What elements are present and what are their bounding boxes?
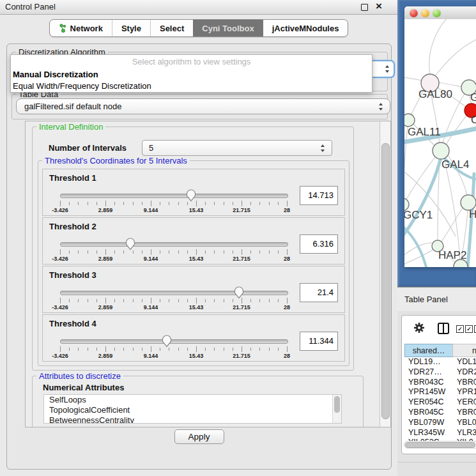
table-row[interactable]: YER054CYER0: [402, 397, 476, 408]
tick-mark: [196, 249, 197, 255]
table-row[interactable]: YBL079WYBL0: [402, 418, 476, 428]
tab-cyni-toolbox[interactable]: Cyni Toolbox: [193, 20, 263, 36]
list-item[interactable]: SelfLoops: [44, 395, 341, 405]
table-data-selected-value: galFiltered.sif default node: [24, 102, 121, 111]
column-header-shared[interactable]: shared…: [404, 344, 453, 357]
threshold-slider[interactable]: -3.426 2.859 9.144 15.43 21.715 28: [60, 339, 287, 358]
threshold-slider[interactable]: -3.426 2.859 9.144 15.43 21.715 28: [60, 194, 287, 213]
tick-mark: [205, 299, 206, 302]
tick-mark: [178, 250, 179, 254]
slider-track[interactable]: [60, 291, 288, 295]
threshold-slider[interactable]: -3.426 2.859 9.144 15.43 21.715 28: [60, 291, 287, 310]
tick-mark: [178, 202, 179, 205]
table-row[interactable]: YBR045CYBR0: [402, 408, 476, 418]
tick-mark: [250, 250, 251, 254]
control-panel: Control Panel × Network Style Select: [0, 0, 397, 476]
list-item[interactable]: TopologicalCoefficient: [44, 405, 341, 415]
vertical-scrollbar[interactable]: [380, 121, 390, 427]
tab-select[interactable]: Select: [150, 20, 193, 36]
tick-mark: [151, 298, 151, 303]
zoom-traffic-light-icon[interactable]: [433, 9, 441, 17]
table-panel-titlebar: Table Panel: [397, 287, 476, 312]
tab-network[interactable]: Network: [50, 20, 112, 36]
slider-track[interactable]: [60, 194, 288, 198]
tick-mark: [233, 299, 233, 302]
list-item[interactable]: BetweennessCentrality: [44, 415, 341, 424]
tick-mark: [214, 202, 215, 205]
tick-mark: [233, 202, 233, 205]
checkbox-icon[interactable]: ✓: [465, 325, 473, 333]
table-row[interactable]: YPR145WYPR1: [402, 387, 476, 397]
tick-mark: [242, 201, 242, 206]
table-row[interactable]: YDR27…YDR2: [402, 367, 476, 378]
threshold-value-field[interactable]: 14.713: [300, 186, 338, 205]
threshold-value-field[interactable]: 6.316: [300, 234, 338, 254]
algorithm-option-equal-width[interactable]: Equal Width/Frequency Discretization: [11, 81, 372, 92]
tick-mark: [242, 298, 242, 303]
tick-mark: [205, 348, 206, 351]
table-row[interactable]: YDL19…YDL1: [402, 357, 476, 367]
node-gal11[interactable]: [404, 114, 415, 127]
column-header-name[interactable]: n: [452, 344, 476, 357]
scrollbar-thumb[interactable]: [405, 442, 475, 448]
tick-mark: [105, 201, 106, 206]
tick-mark: [96, 250, 97, 254]
tab-label: Network: [70, 24, 103, 33]
table-data-select[interactable]: galFiltered.sif default node: [16, 98, 390, 114]
tick-mark: [105, 346, 106, 352]
split-columns-icon[interactable]: [438, 323, 449, 334]
tick-mark: [169, 250, 169, 254]
table-panel-body: ✓ ✓ ✓ shared… n YDL19…YDL1 YDR27…YDR2 YB…: [397, 311, 476, 476]
tick-mark: [196, 298, 197, 303]
slider-track[interactable]: [60, 242, 288, 247]
tick-mark: [269, 202, 270, 205]
network-canvas[interactable]: GAL80 GA C GAL11 GAL4 GCY1 H HAP2: [404, 19, 476, 267]
network-icon: [59, 24, 66, 33]
tick-mark: [60, 201, 61, 206]
node-gal4[interactable]: [433, 142, 449, 159]
table-row[interactable]: YBR043CYBR0: [402, 378, 476, 388]
network-window-titlebar[interactable]: [404, 6, 476, 20]
threshold-panel: Threshold 2 -3.426 2.859 9.: [42, 217, 345, 265]
tick-mark: [60, 298, 61, 303]
slider-track[interactable]: [60, 339, 288, 344]
number-of-intervals-select[interactable]: 5: [142, 140, 332, 156]
tick-mark: [151, 346, 151, 352]
tick-mark: [60, 346, 61, 352]
tick-mark: [78, 299, 79, 302]
minimize-traffic-light-icon[interactable]: [421, 9, 429, 17]
apply-button[interactable]: Apply: [174, 429, 224, 444]
close-icon[interactable]: ×: [376, 0, 382, 13]
tick-mark: [224, 250, 224, 254]
tick-mark: [123, 202, 124, 205]
tick-mark: [205, 250, 206, 254]
horizontal-scrollbar[interactable]: [404, 441, 476, 449]
tick-mark: [114, 299, 115, 302]
list-scrollbar[interactable]: [332, 395, 341, 423]
tick-mark: [133, 202, 134, 205]
slider-ticks: [60, 298, 287, 303]
tick-mark: [151, 201, 151, 206]
gear-icon[interactable]: [414, 323, 424, 333]
tick-mark: [278, 299, 279, 302]
control-panel-title: Control Panel: [5, 2, 56, 12]
tick-mark: [151, 249, 151, 255]
close-traffic-light-icon[interactable]: [410, 9, 418, 17]
threshold-value-field[interactable]: 21.4: [300, 283, 338, 302]
tab-jactivemnodules[interactable]: jActiveMNodules: [263, 20, 348, 36]
scrollbar-thumb[interactable]: [334, 396, 340, 413]
tick-mark: [96, 348, 97, 351]
node-label-gal4: GAL4: [441, 158, 469, 171]
float-window-icon[interactable]: [361, 4, 368, 11]
algorithm-option-manual[interactable]: Manual Discretization: [11, 69, 372, 81]
checkbox-icon[interactable]: ✓: [456, 325, 464, 333]
tick-mark: [287, 346, 288, 352]
table-row[interactable]: YLR345WYLR3: [402, 428, 476, 438]
tick-mark: [250, 348, 251, 351]
threshold-slider[interactable]: -3.426 2.859 9.144 15.43 21.715 28: [60, 242, 287, 261]
number-of-intervals-label: Number of Intervals: [49, 143, 127, 153]
tab-style[interactable]: Style: [112, 20, 150, 36]
threshold-value-field[interactable]: 11.344: [300, 332, 338, 351]
tick-mark: [287, 249, 288, 255]
scrollbar-thumb[interactable]: [381, 143, 390, 419]
